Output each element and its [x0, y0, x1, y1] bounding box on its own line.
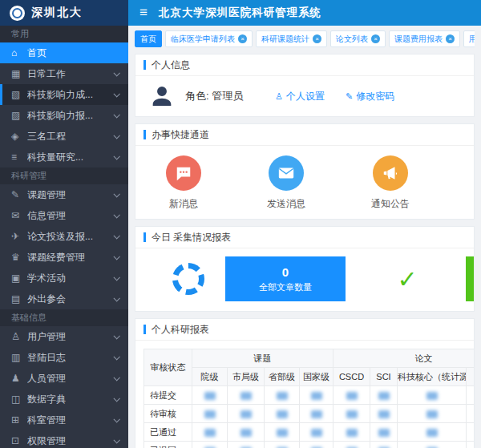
tab-paper-list[interactable]: 论文列表 × — [330, 30, 386, 47]
panel-title: 个人信息 — [152, 59, 190, 72]
mail-icon — [269, 155, 304, 191]
logo[interactable]: 深圳北大 — [0, 0, 128, 26]
sidebar-item-label: 日常工作 — [27, 67, 114, 81]
redacted-value — [311, 429, 322, 437]
sidebar-item-label: 外出参会 — [27, 293, 114, 306]
link-label: 个人设置 — [286, 90, 325, 103]
check-icon: ✓ — [397, 265, 417, 293]
tab-label: 用户列表 — [469, 34, 475, 45]
sidebar-item-tech-volume-research[interactable]: ≡ 科技量研究... — [0, 147, 128, 167]
sidebar-item-label: 权限管理 — [27, 434, 114, 448]
sidebar-item-info-mgmt[interactable]: ✉ 信息管理 — [0, 205, 128, 226]
chevron-down-icon — [113, 416, 119, 422]
sidebar-item-label: 登陆日志 — [27, 351, 114, 365]
sidebar-item-project-funds[interactable]: ♛ 课题经费管理 — [0, 247, 128, 268]
sidebar-item-department-mgmt[interactable]: ⊞ 科室管理 — [0, 410, 128, 430]
pencil-icon: ✎ — [346, 91, 353, 102]
chevron-down-icon — [113, 191, 119, 197]
title-accent-bar — [143, 232, 146, 242]
title-accent-bar — [143, 130, 146, 139]
chevron-down-icon — [113, 374, 119, 381]
sidebar-item-tech-influence-report[interactable]: ▨ 科技影响力报... — [0, 105, 128, 126]
sidebar-item-project-mgmt[interactable]: ✎ 课题管理 — [0, 184, 128, 205]
chevron-down-icon — [113, 212, 119, 218]
chevron-down-icon — [113, 232, 119, 239]
redacted-value — [240, 429, 252, 437]
sidebar-item-tech-influence-results[interactable]: ▧ 科技影响力成... — [0, 84, 128, 105]
sidebar-item-daily-work[interactable]: ▦ 日常工作 — [0, 63, 128, 84]
redacted-value — [346, 392, 358, 400]
calendar-icon: ▦ — [11, 68, 25, 79]
redacted-value — [277, 429, 288, 437]
change-password-link[interactable]: ✎ 修改密码 — [346, 90, 394, 103]
sidebar-item-outbound-meeting[interactable]: ▤ 外出参会 — [0, 289, 128, 309]
sidebar-item-data-dictionary[interactable]: ◫ 数据字典 — [0, 389, 128, 410]
tab-close-icon[interactable]: × — [371, 34, 380, 43]
chart-report-icon: ▨ — [11, 110, 25, 121]
list-icon: ≡ — [11, 151, 25, 163]
menu-toggle-icon[interactable]: ≡ — [128, 5, 159, 21]
status-ok-card: ✓ — [352, 256, 463, 301]
chevron-down-icon — [113, 395, 119, 402]
redacted-value — [204, 429, 216, 437]
sidebar-item-user-mgmt[interactable]: ♙ 用户管理 — [0, 326, 128, 347]
chevron-down-icon — [113, 132, 119, 139]
sidebar-item-label: 数据字典 — [27, 393, 114, 406]
research-report-panel-header: 个人科研报表 — [135, 319, 474, 341]
sidebar-item-login-log[interactable]: ▥ 登陆日志 — [0, 347, 128, 368]
column-header: SCI — [370, 368, 398, 386]
panel-title: 今日 采集情况报表 — [152, 231, 231, 244]
chevron-down-icon — [113, 70, 119, 76]
tab-home[interactable]: 首页 — [135, 30, 162, 47]
sidebar-item-label: 首页 — [27, 46, 119, 60]
activity-icon: ▣ — [11, 272, 25, 284]
sidebar-item-home[interactable]: ⌂ 首页 — [0, 42, 128, 63]
redacted-value — [378, 429, 390, 437]
new-message-button[interactable]: 新消息 — [166, 155, 201, 211]
tab-close-icon[interactable]: × — [238, 34, 247, 43]
chevron-down-icon — [113, 295, 119, 301]
research-report-panel: 个人科研报表 审核状态 课题 论文 院级 市局级 省部级 — [135, 318, 475, 448]
header-bar: ≡ 北京大学深圳医院科研管理系统 — [128, 0, 481, 26]
sidebar-item-academic-activity[interactable]: ▣ 学术活动 — [0, 268, 128, 289]
send-message-button[interactable]: 发送消息 — [267, 155, 305, 211]
column-header: 院级 — [192, 368, 228, 386]
tab-label: 课题费用报表 — [394, 34, 443, 45]
tab-project-fee-report[interactable]: 课题费用报表 × — [389, 30, 460, 47]
redacted-value — [240, 410, 252, 418]
edit-icon: ✎ — [11, 189, 25, 200]
tab-close-icon[interactable]: × — [446, 34, 455, 43]
sidebar-item-paper-submission[interactable]: ✈ 论文投送及报... — [0, 226, 128, 247]
tab-label: 首页 — [140, 34, 156, 45]
tab-bar: 首页 临床医学申请列表 × 科研课题统计 × 论文列表 × 课题费用报表 × 用… — [135, 30, 475, 47]
sidebar-item-personnel-mgmt[interactable]: ♟ 人员管理 — [0, 368, 128, 389]
chevron-down-icon — [113, 253, 119, 260]
sidebar-item-three-famous-project[interactable]: ◈ 三名工程 — [0, 126, 128, 147]
tab-user-list[interactable]: 用户列表 × — [463, 30, 475, 47]
profile-panel-header: 个人信息 — [135, 54, 474, 76]
tab-close-icon[interactable]: × — [313, 34, 321, 43]
tab-research-project-stats[interactable]: 科研课题统计 × — [256, 30, 327, 47]
article-count: 0 — [282, 265, 289, 279]
logo-text: 深圳北大 — [31, 6, 83, 20]
dictionary-icon: ◫ — [11, 394, 25, 405]
chevron-down-icon — [113, 111, 119, 118]
sidebar-item-label: 学术活动 — [27, 272, 114, 285]
notice-announcement-button[interactable]: 通知公告 — [371, 155, 410, 211]
sidebar-section-label-basic: 基础信息 — [0, 309, 128, 326]
article-count-card[interactable]: 0 全部文章数量 — [225, 256, 346, 301]
sidebar-item-label: 论文投送及报... — [27, 230, 114, 244]
title-accent-bar — [143, 325, 146, 334]
profile-panel: 个人信息 角色: 管理员 ♙ 个人设置 ✎ 修改密码 — [135, 54, 475, 117]
row-label: 已退回 — [144, 442, 192, 448]
sidebar-item-permission-mgmt[interactable]: ⊡ 权限管理 — [0, 430, 128, 448]
report-table-wrapper: 审核状态 课题 论文 院级 市局级 省部级 国家级 CSCD SCI 科技核心（… — [135, 341, 474, 448]
column-header: CSCD — [333, 368, 370, 386]
progress-donut-icon — [172, 263, 204, 295]
user-role: 角色: 管理员 — [185, 89, 243, 103]
tab-clinical-application-list[interactable]: 临床医学申请列表 × — [165, 30, 253, 47]
chevron-down-icon — [113, 274, 119, 281]
profile-row: 角色: 管理员 ♙ 个人设置 ✎ 修改密码 — [135, 76, 474, 116]
personal-settings-link[interactable]: ♙ 个人设置 — [275, 90, 325, 103]
redacted-value — [426, 392, 438, 400]
